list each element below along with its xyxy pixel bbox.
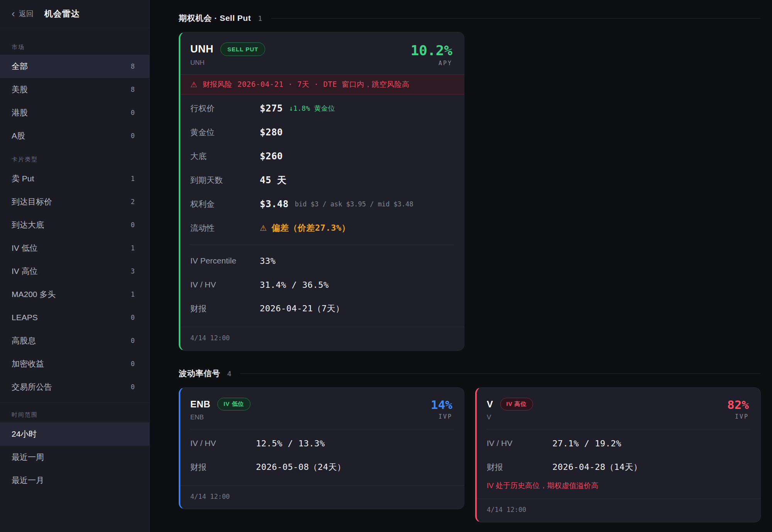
sidebar-item-label: 最近一月	[12, 475, 44, 486]
ticker-subtitle: V	[487, 414, 533, 421]
section-count: 1	[258, 14, 262, 22]
sidebar-item-count: 1	[131, 290, 135, 298]
sidebar-item-label: 全部	[12, 61, 28, 72]
bid-ask-mid-note: bid $3 / ask $3.95 / mid $3.48	[295, 200, 413, 208]
sidebar-header: ‹ 返回 机会雷达	[0, 0, 149, 28]
card-v-iv-high[interactable]: V IV 高位 V 82% IVP IV / HV 27.1% / 19.2%	[475, 387, 761, 522]
sidebar-item-label: 交易所公告	[12, 382, 52, 392]
sidebar-item-exchange-announcement[interactable]: 交易所公告 0	[0, 375, 149, 399]
sidebar-item-target-price[interactable]: 到达目标价 2	[0, 190, 149, 213]
page-title: 机会雷达	[44, 8, 80, 20]
sidebar-item-label: IV 低位	[12, 243, 38, 253]
section-title: 波动率信号	[179, 368, 220, 379]
warning-detail: 2026-04-21 · 7天 · DTE 窗口内，跳空风险高	[237, 79, 410, 90]
row-label: 流动性	[190, 223, 260, 233]
row-value: 31.4% / 36.5%	[260, 280, 329, 290]
row-value: 12.5% / 13.3%	[256, 439, 325, 448]
sidebar-item-label: 加密收益	[12, 358, 44, 369]
ticker-symbol: ENB	[190, 399, 210, 410]
row-label: 到期天数	[190, 175, 260, 186]
sidebar-item-all[interactable]: 全部 8	[0, 55, 149, 78]
sidebar-item-label: A股	[12, 130, 25, 141]
sidebar-item-label: 24小时	[12, 429, 37, 439]
warning-icon: ⚠	[190, 80, 197, 89]
card-unh-sell-put[interactable]: UNH SELL PUT UNH 10.2% APY ⚠ 财报风险 2026-0…	[179, 32, 464, 351]
sidebar-item-label: 美股	[12, 84, 28, 95]
sidebar-item-label: 高股息	[12, 335, 36, 346]
card-timestamp: 4/14 12:00	[180, 327, 464, 350]
metrics: IV / HV 12.5% / 13.3% 财报 2026-05-08（24天）	[180, 429, 464, 479]
row-label: 财报	[190, 303, 260, 314]
row-value: $3.48	[260, 199, 289, 209]
sidebar-item-hk-stocks[interactable]: 港股 0	[0, 101, 149, 124]
sidebar-item-count: 3	[131, 267, 135, 275]
sidebar-item-label: 到达大底	[12, 220, 44, 230]
sidebar-item-count: 0	[131, 109, 135, 117]
sidebar-item-crypto-yield[interactable]: 加密收益 0	[0, 352, 149, 375]
metrics: IV / HV 27.1% / 19.2% 财报 2026-04-28（14天）	[477, 429, 760, 479]
section-rule	[240, 373, 761, 374]
sidebar-item-24h[interactable]: 24小时	[0, 422, 149, 446]
row-value: 2026-05-08（24天）	[256, 461, 345, 473]
sidebar-item-sell-put[interactable]: 卖 Put 1	[0, 167, 149, 190]
sidebar-item-last-week[interactable]: 最近一周	[0, 446, 149, 469]
sidebar-item-count: 2	[131, 198, 135, 206]
row-label: 黄金位	[190, 127, 260, 138]
sidebar-item-count: 8	[131, 86, 135, 93]
card-timestamp: 4/14 12:00	[180, 485, 464, 509]
sidebar-item-ma200-bull[interactable]: MA200 多头 1	[0, 283, 149, 306]
card-enb-iv-low[interactable]: ENB IV 低位 ENB 14% IVP IV / HV 12.5% / 13…	[179, 387, 464, 509]
sell-put-badge: SELL PUT	[220, 42, 265, 56]
row-label: IV / HV	[190, 280, 260, 289]
apy-label: APY	[411, 60, 452, 67]
sidebar-divider	[0, 402, 149, 403]
sidebar-item-bottom-price[interactable]: 到达大底 0	[0, 213, 149, 236]
row-label: IV / HV	[190, 439, 256, 448]
sidebar-item-last-month[interactable]: 最近一月	[0, 469, 149, 492]
row-iv-hv: IV / HV 12.5% / 13.3%	[190, 431, 454, 455]
back-label: 返回	[19, 9, 34, 19]
row-value: $280	[260, 127, 283, 138]
sidebar-item-iv-low[interactable]: IV 低位 1	[0, 236, 149, 260]
section-gap	[179, 351, 761, 366]
row-bottom: 大底 $260	[190, 144, 454, 168]
section-rule	[271, 18, 761, 19]
card-header: UNH SELL PUT UNH 10.2% APY	[180, 32, 464, 74]
apy-value: 10.2%	[411, 42, 452, 58]
sidebar-item-a-shares[interactable]: A股 0	[0, 124, 149, 147]
iv-high-warning-note: IV 处于历史高位，期权虚值溢价高	[477, 479, 760, 498]
row-value: 2026-04-28（14天）	[552, 461, 642, 473]
card-timestamp: 4/14 12:00	[477, 498, 760, 522]
iv-high-badge: IV 高位	[500, 398, 533, 410]
section-header-volatility: 波动率信号 4	[179, 366, 761, 381]
row-label: 财报	[190, 462, 256, 473]
liquidity-warning-icon: ⚠	[260, 223, 267, 233]
section-count: 4	[227, 370, 232, 378]
row-strike: 行权价 $275 ↓1.8% 黄金位	[190, 96, 454, 120]
row-label: 行权价	[190, 103, 260, 114]
warning-label: 财报风险	[203, 79, 232, 90]
sidebar-item-count: 0	[131, 314, 135, 321]
back-button[interactable]: ‹ 返回	[12, 9, 34, 19]
ivp-label: IVP	[431, 413, 452, 420]
row-golden-level: 黄金位 $280	[190, 120, 454, 144]
row-earnings: 财报 2026-04-28（14天）	[487, 455, 750, 479]
row-label: 权利金	[190, 199, 260, 209]
sidebar-item-count: 8	[131, 62, 135, 70]
sidebar: ‹ 返回 机会雷达 市场 全部 8 美股 8 港股 0 A股 0 卡片类型 卖 …	[0, 0, 150, 532]
sidebar-item-high-dividend[interactable]: 高股息 0	[0, 329, 149, 352]
row-iv-hv: IV / HV 31.4% / 36.5%	[190, 273, 454, 297]
ivp-value: 82%	[727, 398, 749, 412]
section-title: 期权机会 · Sell Put	[179, 13, 251, 24]
sidebar-item-label: 到达目标价	[12, 196, 52, 207]
row-value: $275	[260, 103, 283, 114]
sidebar-item-leaps[interactable]: LEAPS 0	[0, 306, 149, 329]
row-dte: 到期天数 45 天	[190, 168, 454, 192]
iv-low-badge: IV 低位	[217, 398, 250, 410]
sidebar-item-iv-high[interactable]: IV 高位 3	[0, 260, 149, 283]
ticker-subtitle: UNH	[190, 59, 265, 67]
sidebar-item-label: LEAPS	[12, 313, 38, 322]
sidebar-item-count: 1	[131, 175, 135, 182]
sidebar-item-us-stocks[interactable]: 美股 8	[0, 78, 149, 101]
row-iv-percentile: IV Percentile 33%	[190, 249, 454, 273]
